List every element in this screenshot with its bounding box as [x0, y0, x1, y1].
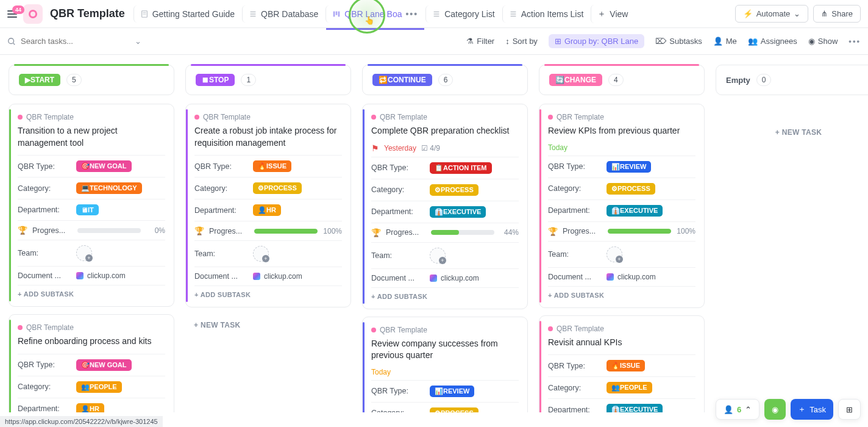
search-icon [7, 37, 16, 46]
card-title: Revisit annual KPIs [548, 337, 695, 349]
tab-more-icon[interactable]: ••• [405, 9, 418, 19]
add-assignee-button[interactable] [76, 245, 92, 261]
status-dot [194, 115, 199, 120]
field-tag[interactable]: 👤HR [253, 204, 281, 216]
field-row: QBR Type:🎯NEW GOAL [18, 354, 165, 376]
doc-link[interactable]: clickup.com [253, 272, 302, 281]
card-meta: Today [548, 143, 695, 152]
field-tag[interactable]: ⚙PROCESS [253, 182, 302, 194]
assignees-button[interactable]: 👥Assignees [748, 37, 797, 46]
workspace-logo[interactable] [23, 4, 43, 24]
add-subtask-button[interactable]: + ADD SUBTASK [371, 287, 519, 300]
field-label: Department: [548, 406, 607, 412]
document-row: Document ...clickup.com [194, 267, 342, 285]
field-label: Document ... [194, 272, 253, 281]
field-tag[interactable]: 📋ACTION ITEM [430, 162, 492, 174]
field-tag[interactable]: 👔EXECUTIVE [607, 404, 663, 412]
subtasks-button[interactable]: ⌦Subtasks [655, 37, 702, 46]
float-count-button[interactable]: 👤6⌃ [716, 399, 760, 420]
lane-label: 🔄CHANGE [549, 74, 602, 86]
field-tag[interactable]: 🖥IT [76, 204, 99, 215]
tab-category-list[interactable]: Category List [425, 5, 500, 23]
share-button[interactable]: ⋔ Share [813, 5, 861, 23]
page-title: QBR Template [50, 7, 125, 20]
field-tag[interactable]: 📊REVIEW [430, 386, 474, 397]
field-tag[interactable]: 👤HR [76, 403, 104, 412]
add-assignee-button[interactable] [253, 246, 269, 262]
add-subtask-button[interactable]: + ADD SUBTASK [194, 285, 342, 298]
field-tag[interactable]: 🔥ISSUE [607, 360, 645, 371]
tab-qbr-lane-board[interactable]: QBR Lane Boa ••• [326, 5, 424, 23]
field-label: Category: [548, 184, 607, 193]
card-meta: Today [371, 368, 519, 376]
add-subtask-button[interactable]: + ADD SUBTASK [18, 285, 165, 298]
add-assignee-button[interactable] [430, 248, 446, 264]
group-icon: ⊞ [555, 37, 561, 46]
chevron-down-icon[interactable]: ⌄ [135, 37, 141, 46]
field-tag[interactable]: 🎯NEW GOAL [76, 160, 132, 172]
task-card[interactable]: QBR TemplateRevisit annual KPIsQBR Type:… [539, 315, 705, 412]
field-tag[interactable]: ⚙PROCESS [607, 183, 655, 195]
task-card[interactable]: QBR TemplateReview KPIs from previous qu… [539, 104, 705, 308]
task-card[interactable]: QBR TemplateRefine onboarding process an… [9, 314, 174, 412]
task-card[interactable]: QBR TemplateComplete QBR preparation che… [362, 104, 528, 309]
show-button[interactable]: ◉Show [808, 37, 838, 46]
lane-header-start[interactable]: ▶START5 [9, 65, 174, 95]
group-by-pill[interactable]: ⊞Group by: QBR Lane [549, 34, 644, 48]
search-box[interactable]: ⌄ [7, 37, 141, 46]
task-card[interactable]: QBR TemplateCreate a robust job intake p… [185, 104, 351, 307]
field-tag[interactable]: 👥PEOPLE [76, 381, 122, 393]
card-title: Complete QBR preparation checklist [371, 125, 519, 137]
task-card[interactable]: QBR TemplateReview company successes fro… [362, 317, 528, 412]
new-task-button[interactable]: + NEW TASK [716, 104, 868, 143]
field-label: Team: [371, 251, 430, 260]
field-tag[interactable]: 🎯NEW GOAL [76, 359, 132, 371]
field-label: Team: [18, 249, 76, 257]
me-button[interactable]: 👤Me [713, 37, 737, 46]
field-tag[interactable]: 👔EXECUTIVE [607, 205, 663, 217]
doc-icon [140, 10, 149, 18]
trophy-icon: 🏆 [548, 227, 558, 236]
float-apps-button[interactable]: ⊞ [838, 399, 861, 420]
bolt-icon: ⚡ [743, 9, 753, 18]
float-record-button[interactable]: ◉ [764, 399, 786, 420]
more-icon[interactable]: ••• [848, 37, 861, 46]
field-tag[interactable]: 📊REVIEW [607, 161, 651, 173]
lane-header-change[interactable]: 🔄CHANGE4 [539, 65, 705, 95]
hamburger-menu[interactable]: 44 [7, 10, 17, 18]
field-tag[interactable]: 💻TECHNOLOGY [76, 182, 142, 194]
lane-header-stop[interactable]: ⏹STOP1 [185, 65, 351, 95]
field-tag[interactable]: ⚙PROCESS [430, 407, 478, 412]
sort-button[interactable]: ↕Sort by [505, 37, 538, 46]
add-subtask-button[interactable]: + ADD SUBTASK [548, 286, 695, 299]
doc-link[interactable]: clickup.com [607, 273, 656, 281]
field-row: Department:👔EXECUTIVE [548, 398, 695, 412]
progress-row: 🏆Progres...0% [18, 220, 165, 240]
field-tag[interactable]: ⚙PROCESS [430, 184, 478, 196]
search-input[interactable] [21, 37, 130, 46]
lane-header-continue[interactable]: 🔁CONTINUE6 [362, 65, 528, 95]
float-task-button[interactable]: ＋Task [791, 399, 833, 420]
doc-link[interactable]: clickup.com [430, 274, 479, 282]
team-row: Team: [18, 240, 165, 266]
list-icon [432, 10, 441, 18]
tab-action-items[interactable]: Action Items List [502, 5, 590, 23]
toolbar: ⌄ ⚗Filter ↕Sort by ⊞Group by: QBR Lane ⌦… [0, 28, 868, 55]
add-view-button[interactable]: ＋ View [591, 5, 634, 23]
field-tag[interactable]: 🔥ISSUE [253, 160, 291, 172]
automate-button[interactable]: ⚡ Automate ⌄ [735, 5, 809, 23]
filter-button[interactable]: ⚗Filter [466, 37, 494, 46]
lane-header-empty[interactable]: Empty0 [716, 65, 868, 95]
task-card[interactable]: QBR TemplateTransition to a new project … [9, 104, 174, 307]
doc-link[interactable]: clickup.com [76, 271, 126, 280]
new-task-button[interactable]: + NEW TASK [185, 315, 351, 336]
field-row: QBR Type:📊REVIEW [371, 380, 519, 402]
add-assignee-button[interactable] [607, 246, 622, 262]
tab-qbr-database[interactable]: QBR Database [242, 5, 324, 23]
field-tag[interactable]: 👥PEOPLE [607, 382, 652, 393]
tab-getting-started[interactable]: Getting Started Guide [133, 5, 241, 23]
progress-pct: 100% [676, 227, 695, 235]
document-row: Document ...clickup.com [371, 268, 519, 287]
field-tag[interactable]: 👔EXECUTIVE [430, 206, 486, 218]
card-breadcrumb: QBR Template [548, 325, 695, 333]
